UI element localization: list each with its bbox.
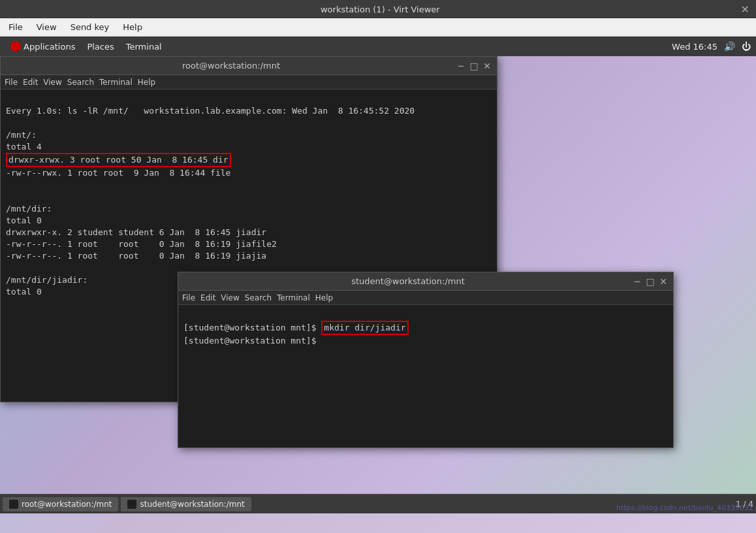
places-button[interactable]: Places xyxy=(82,40,119,53)
term-menu-terminal[interactable]: Terminal xyxy=(99,78,133,87)
watermark-url: https://blog.csdn.net/baidu_40339032 xyxy=(614,502,756,513)
term1-line1: Every 1.0s: ls -lR /mnt/ workstation.lab… xyxy=(6,106,415,116)
terminal-menubar-student: File Edit View Search Terminal Help xyxy=(178,291,673,305)
term2-menu-search[interactable]: Search xyxy=(245,293,272,302)
taskbar-label-root: root@workstation:/mnt xyxy=(22,500,112,509)
terminal-label[interactable]: Terminal xyxy=(126,42,162,52)
terminal-menubar-root: File Edit View Search Terminal Help xyxy=(1,75,497,89)
terminal-button[interactable]: Terminal xyxy=(121,40,167,53)
applications-button[interactable]: Applications xyxy=(5,40,80,53)
applications-label[interactable]: Applications xyxy=(24,42,75,52)
term-menu-search[interactable]: Search xyxy=(67,78,94,87)
title-bar-title: workstation (1) - Virt Viewer xyxy=(20,5,741,14)
maximize-button-root[interactable]: □ xyxy=(469,61,479,71)
term-menu-edit[interactable]: Edit xyxy=(23,78,38,87)
highlighted-dir-row: drwxr-xrwx. 3 root root 50 Jan 8 16:45 d… xyxy=(6,153,231,167)
term2-menu-file[interactable]: File xyxy=(182,293,195,302)
terminal-window-student: student@workstation:/mnt ─ □ ✕ File Edit… xyxy=(178,272,674,448)
maximize-button-student[interactable]: □ xyxy=(646,277,655,286)
taskbar-label-student: student@workstation:/mnt xyxy=(140,500,244,509)
top-panel-right: Wed 16:45 🔊 ⏻ xyxy=(672,41,751,52)
terminal-titlebar-student: student@workstation:/mnt ─ □ ✕ xyxy=(178,272,673,291)
menu-file[interactable]: File xyxy=(3,21,28,33)
term-menu-view[interactable]: View xyxy=(43,78,61,87)
minimize-button-student[interactable]: ─ xyxy=(633,277,642,286)
power-icon[interactable]: ⏻ xyxy=(742,41,751,52)
top-panel-left: Applications Places Terminal xyxy=(5,40,167,53)
terminal-title-student: student@workstation:/mnt xyxy=(183,276,633,286)
term2-prompt2: [student@workstation mnt]$ xyxy=(183,336,317,346)
term2-prompt1: [student@workstation mnt]$ xyxy=(183,323,317,332)
clock: Wed 16:45 xyxy=(672,42,717,52)
term-menu-file[interactable]: File xyxy=(5,78,18,87)
volume-icon[interactable]: 🔊 xyxy=(724,41,735,52)
virt-viewer-menubar: File View Send key Help xyxy=(0,18,756,37)
terminal-body-student: [student@workstation mnt]$ mkdir dir/jia… xyxy=(178,305,673,447)
term1-line4: total 4 xyxy=(6,142,42,152)
term2-cmd-highlighted: mkdir dir/jiadir xyxy=(321,321,408,335)
places-label[interactable]: Places xyxy=(87,42,114,52)
desktop: root@workstation:/mnt ─ □ ✕ File Edit Vi… xyxy=(0,56,756,513)
terminal-title-root: root@workstation:/mnt xyxy=(6,61,456,71)
menu-help[interactable]: Help xyxy=(118,21,148,33)
close-button-root[interactable]: ✕ xyxy=(482,61,492,71)
taskbar-item-student[interactable]: student@workstation:/mnt xyxy=(121,497,251,511)
term2-menu-help[interactable]: Help xyxy=(315,293,333,302)
top-panel: Applications Places Terminal Wed 16:45 🔊… xyxy=(0,37,756,56)
taskbar-icon-root xyxy=(9,500,18,509)
close-button-student[interactable]: ✕ xyxy=(659,277,668,286)
taskbar: root@workstation:/mnt student@workstatio… xyxy=(0,494,756,513)
terminal-controls-root: ─ □ ✕ xyxy=(456,61,492,71)
menu-view[interactable]: View xyxy=(31,21,62,33)
term2-menu-edit[interactable]: Edit xyxy=(200,293,215,302)
term-menu-help[interactable]: Help xyxy=(138,78,155,87)
redhat-icon xyxy=(10,41,21,52)
virt-viewer-titlebar: workstation (1) - Virt Viewer ✕ xyxy=(0,0,756,18)
term2-menu-terminal[interactable]: Terminal xyxy=(277,293,310,302)
minimize-button-root[interactable]: ─ xyxy=(456,61,465,71)
terminal-controls-student: ─ □ ✕ xyxy=(633,277,668,286)
menu-sendkey[interactable]: Send key xyxy=(65,21,115,33)
terminal-titlebar-root: root@workstation:/mnt ─ □ ✕ xyxy=(1,57,497,75)
term1-line5: drwxr-xrwx. 3 root root 50 Jan 8 16:45 d… xyxy=(6,155,231,165)
term1-line6: -rw-r--rwx. 1 root root 9 Jan 8 16:44 fi… xyxy=(6,168,230,178)
term1-line3: /mnt/: xyxy=(6,130,37,140)
taskbar-item-root[interactable]: root@workstation:/mnt xyxy=(3,497,118,511)
close-button[interactable]: ✕ xyxy=(741,3,749,16)
taskbar-icon-student xyxy=(127,500,136,509)
term2-menu-view[interactable]: View xyxy=(221,293,239,302)
